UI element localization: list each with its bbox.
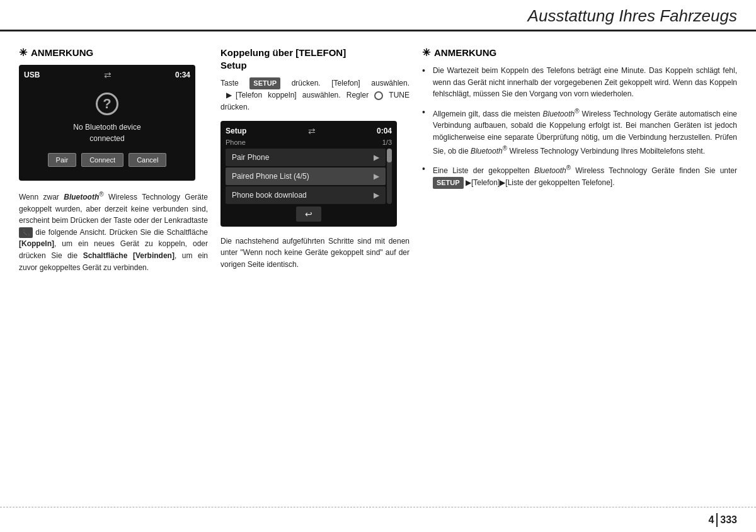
question-icon: ? <box>96 93 118 115</box>
mid-body-text: Taste SETUP drücken. [Telefon] auswählen… <box>220 77 410 113</box>
usb-screen: USB ⇄ 0:34 ? No Bluetooth deviceconnecte… <box>19 65 195 181</box>
section-number: 4 <box>708 514 714 526</box>
left-section-heading: ✳ ANMERKUNG <box>19 47 208 59</box>
paired-list-arrow: ▶ <box>374 172 379 181</box>
setup-badge-2: SETUP <box>433 177 464 189</box>
left-asterisk: ✳ <box>19 47 27 59</box>
menu-item-pair-phone[interactable]: Pair Phone ▶ <box>226 149 386 166</box>
right-bullet-list: Die Wartezeit beim Koppeln des Telefons … <box>422 65 737 189</box>
mid-column: Koppelung über [TELEFON] Setup Taste SET… <box>220 47 422 494</box>
paired-list-label: Paired Phone List (4/5) <box>232 172 309 181</box>
right-asterisk: ✳ <box>422 47 430 59</box>
scrollbar-thumb[interactable] <box>387 149 392 162</box>
left-body-text: Wenn zwar Bluetooth® Wireless Technology… <box>19 190 208 273</box>
setup-label: Setup <box>226 127 246 135</box>
bullet-text-3: Eine Liste der gekoppelten Bluetooth® Wi… <box>433 163 737 189</box>
main-content: ✳ ANMERKUNG USB ⇄ 0:34 ? No Bluetooth de… <box>0 31 756 501</box>
screen-body: ? No Bluetooth deviceconnected Pair Conn… <box>24 86 190 176</box>
pair-button[interactable]: Pair <box>48 153 77 167</box>
no-device-text: No Bluetooth deviceconnected <box>73 122 140 144</box>
phonebook-arrow: ▶ <box>374 191 379 200</box>
screen-header: USB ⇄ 0:34 <box>24 70 190 80</box>
right-heading-text: ANMERKUNG <box>434 47 496 58</box>
bluetooth-transfer-icon: ⇄ <box>104 70 112 80</box>
tune-icon <box>374 91 383 100</box>
menu-item-phonebook[interactable]: Phone book download ▶ <box>226 186 386 204</box>
phonebook-label: Phone book download <box>232 191 307 200</box>
page-number: 4 333 <box>708 513 737 527</box>
pair-phone-arrow: ▶ <box>374 153 379 162</box>
bullet-text-2: Allgemein gilt, dass die meisten Bluetoo… <box>433 106 737 157</box>
question-mark: ? <box>103 96 111 112</box>
left-column: ✳ ANMERKUNG USB ⇄ 0:34 ? No Bluetooth de… <box>19 47 220 494</box>
mid-heading: Koppelung über [TELEFON] Setup <box>220 47 410 71</box>
scrollbar-track <box>387 149 392 204</box>
menu-item-paired-list[interactable]: Paired Phone List (4/5) ▶ <box>226 167 386 185</box>
mid-body-after-screen: Die nachstehend aufgeführten Schritte si… <box>220 235 410 271</box>
setup-screen-time: 0:04 <box>377 127 392 135</box>
back-button-row: ↩ <box>226 207 392 222</box>
cancel-button[interactable]: Cancel <box>129 153 166 167</box>
page-indicator: 1/3 <box>382 139 392 146</box>
bullet-text-1: Die Wartezeit beim Koppeln des Telefons … <box>433 65 737 100</box>
mid-heading-line2: Setup <box>220 60 247 71</box>
right-column: ✳ ANMERKUNG Die Wartezeit beim Koppeln d… <box>422 47 737 494</box>
page-header: Ausstattung Ihres Fahrzeugs <box>0 0 756 31</box>
setup-bt-icon: ⇄ <box>308 126 316 136</box>
right-section-heading: ✳ ANMERKUNG <box>422 47 737 59</box>
page-number-text: 333 <box>720 514 737 526</box>
pair-phone-label: Pair Phone <box>232 153 269 162</box>
usb-label: USB <box>24 71 40 79</box>
bullet-item-3: Eine Liste der gekoppelten Bluetooth® Wi… <box>422 163 737 189</box>
page-footer: 4 333 <box>0 507 756 532</box>
connect-button[interactable]: Connect <box>81 153 123 167</box>
menu-title: Phone <box>226 139 246 146</box>
page-title: Ausstattung Ihres Fahrzeugs <box>528 6 737 26</box>
back-button[interactable]: ↩ <box>296 207 321 222</box>
bullet-item-1: Die Wartezeit beim Koppeln des Telefons … <box>422 65 737 100</box>
left-heading-text: ANMERKUNG <box>31 47 93 58</box>
phone-icon: 📞 <box>19 227 33 239</box>
setup-badge-1: SETUP <box>249 77 280 89</box>
screen-time: 0:34 <box>175 71 190 79</box>
setup-screen-header: Setup ⇄ 0:04 <box>226 126 392 136</box>
page-divider <box>716 513 718 527</box>
screen-buttons: Pair Connect Cancel <box>48 153 167 167</box>
bullet-item-2: Allgemein gilt, dass die meisten Bluetoo… <box>422 106 737 157</box>
setup-screen: Setup ⇄ 0:04 Phone 1/3 Pair Phone ▶ Pair… <box>220 121 397 227</box>
mid-heading-line1: Koppelung über [TELEFON] <box>220 47 346 58</box>
setup-menu: Pair Phone ▶ Paired Phone List (4/5) ▶ P… <box>226 149 392 204</box>
